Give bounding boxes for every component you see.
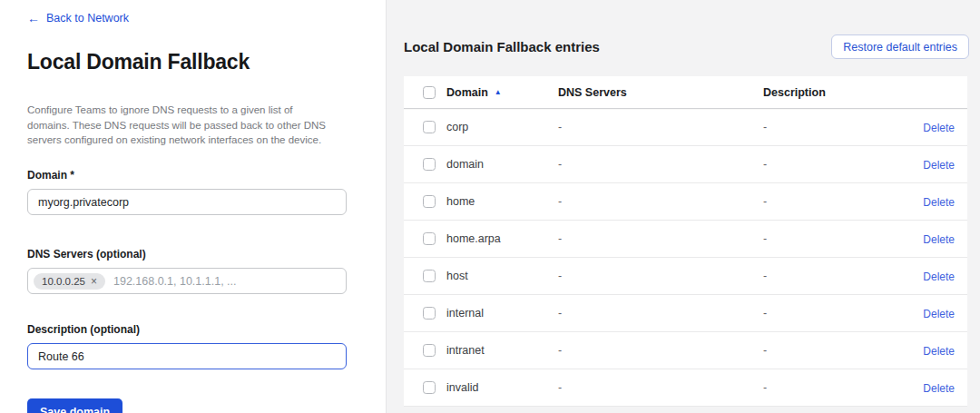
save-domain-button[interactable]: Save domain: [27, 398, 122, 413]
row-dns-servers: -: [558, 344, 763, 357]
back-to-network-link[interactable]: ← Back to Network: [27, 12, 129, 25]
description-column-header: Description: [763, 86, 899, 99]
entries-table: Domain ▲ DNS Servers Description corp - …: [404, 76, 967, 407]
settings-panel: ← Back to Network Local Domain Fallback …: [0, 0, 387, 413]
domain-column-header[interactable]: Domain ▲: [446, 86, 558, 99]
row-description: -: [763, 158, 899, 171]
row-description: -: [763, 381, 899, 394]
delete-row-link[interactable]: Delete: [923, 270, 955, 283]
row-checkbox[interactable]: [423, 381, 436, 394]
dns-server-chip: 10.0.0.25 ×: [34, 273, 105, 290]
table-row: internal - - Delete: [404, 295, 967, 332]
row-dns-servers: -: [558, 158, 763, 171]
entries-header: Local Domain Fallback entries Restore de…: [404, 34, 969, 59]
table-row: domain - - Delete: [404, 146, 967, 183]
row-checkbox[interactable]: [423, 307, 436, 320]
sort-ascending-icon: ▲: [495, 89, 502, 96]
row-domain: domain: [446, 158, 558, 171]
table-row: home.arpa - - Delete: [404, 221, 967, 258]
delete-row-link[interactable]: Delete: [923, 308, 955, 320]
row-description: -: [763, 270, 899, 282]
row-checkbox[interactable]: [423, 344, 436, 357]
chip-remove-icon[interactable]: ×: [91, 276, 97, 287]
back-arrow-icon: ←: [27, 12, 40, 25]
domain-input[interactable]: [27, 189, 347, 215]
dns-servers-input[interactable]: 10.0.0.25 × 192.168.0.1, 10.1.1.1, ...: [27, 268, 347, 294]
row-description: -: [763, 344, 899, 357]
delete-row-link[interactable]: Delete: [923, 122, 955, 134]
domain-column-label: Domain: [446, 86, 488, 99]
description-input[interactable]: [27, 343, 347, 369]
row-domain: invalid: [446, 381, 558, 394]
row-description: -: [763, 232, 899, 245]
row-dns-servers: -: [558, 307, 763, 320]
table-row: corp - - Delete: [404, 109, 967, 146]
row-description: -: [763, 121, 899, 133]
back-link-label: Back to Network: [46, 12, 129, 25]
row-description: -: [763, 195, 899, 208]
description-field-label: Description (optional): [27, 323, 358, 336]
row-checkbox[interactable]: [423, 232, 436, 245]
dns-servers-placeholder: 192.168.0.1, 10.1.1.1, ...: [113, 275, 237, 288]
row-domain: host: [446, 270, 558, 282]
dns-servers-field-label: DNS Servers (optional): [27, 248, 358, 261]
entries-title: Local Domain Fallback entries: [404, 39, 600, 54]
delete-row-link[interactable]: Delete: [923, 159, 955, 172]
row-dns-servers: -: [558, 121, 763, 133]
row-dns-servers: -: [558, 270, 763, 282]
row-domain: intranet: [446, 344, 558, 357]
entries-panel: Local Domain Fallback entries Restore de…: [387, 0, 980, 413]
row-description: -: [763, 307, 899, 320]
table-row: invalid - - Delete: [404, 369, 967, 407]
row-domain: corp: [446, 121, 558, 133]
row-domain: home: [446, 195, 558, 208]
row-dns-servers: -: [558, 381, 763, 394]
row-dns-servers: -: [558, 232, 763, 245]
row-domain: internal: [446, 307, 558, 320]
domain-field-label: Domain *: [27, 169, 358, 182]
row-checkbox[interactable]: [423, 121, 436, 133]
table-row: home - - Delete: [404, 183, 967, 221]
select-all-checkbox[interactable]: [423, 86, 436, 99]
row-domain: home.arpa: [446, 232, 558, 245]
restore-default-entries-button[interactable]: Restore default entries: [831, 34, 969, 59]
delete-row-link[interactable]: Delete: [923, 233, 955, 246]
row-checkbox[interactable]: [423, 270, 436, 282]
delete-row-link[interactable]: Delete: [923, 196, 955, 209]
dns-server-chip-value: 10.0.0.25: [42, 276, 85, 287]
row-checkbox[interactable]: [423, 158, 436, 171]
delete-row-link[interactable]: Delete: [923, 382, 955, 395]
table-header-row: Domain ▲ DNS Servers Description: [404, 76, 967, 109]
page-title: Local Domain Fallback: [27, 50, 358, 74]
table-row: host - - Delete: [404, 258, 967, 295]
delete-row-link[interactable]: Delete: [923, 345, 955, 358]
dns-servers-column-header: DNS Servers: [558, 86, 763, 99]
page-description: Configure Teams to ignore DNS requests t…: [27, 103, 330, 148]
row-checkbox[interactable]: [423, 195, 436, 208]
row-dns-servers: -: [558, 195, 763, 208]
table-row: intranet - - Delete: [404, 332, 967, 369]
